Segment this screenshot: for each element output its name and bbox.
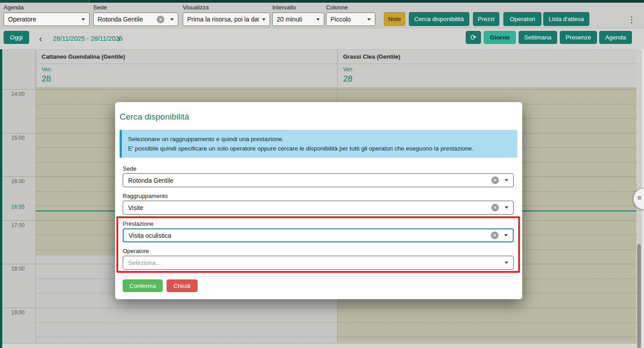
modal-footer-divider xyxy=(123,276,514,277)
info-line-1: Selezionare un raggruppamento e quindi u… xyxy=(128,135,511,144)
operatori-button[interactable]: Operatori xyxy=(503,12,541,26)
more-vertical-icon[interactable]: ⋮ xyxy=(627,15,636,24)
date-cell[interactable]: Ven28 xyxy=(36,64,337,88)
calendar-footer-strip xyxy=(2,343,636,348)
date-cell[interactable]: Ven28 xyxy=(337,64,636,88)
day-label: Ven xyxy=(343,66,636,73)
info-line-2: E' possibile quindi specificare un solo … xyxy=(128,144,511,154)
time-label: 18:00 xyxy=(2,266,34,272)
refresh-button[interactable]: ⟳ xyxy=(466,31,481,44)
chevron-down-icon[interactable] xyxy=(262,18,266,21)
cerca-disponibilita-button[interactable]: Cerca disponibilità xyxy=(409,12,469,26)
note-button[interactable]: Note xyxy=(384,12,405,26)
refresh-icon: ⟳ xyxy=(470,33,476,42)
view-button-giorno[interactable]: Giorno xyxy=(484,31,516,44)
clear-icon[interactable]: × xyxy=(491,204,499,211)
modal-field-value: Visite xyxy=(128,204,143,211)
search-availability-modal: Cerca disponibilità Selezionare un raggr… xyxy=(115,102,522,299)
clear-icon[interactable]: × xyxy=(491,232,498,239)
modal-field-label-prestazione: Prestazione xyxy=(123,220,154,227)
view-button-agenda[interactable]: Agenda xyxy=(599,31,632,44)
filter-select-sede[interactable]: Rotonda Gentile× xyxy=(93,13,178,26)
filter-select-value: Operatore xyxy=(8,16,36,23)
day-label: Ven xyxy=(42,66,337,73)
time-label: 16:00 xyxy=(2,178,34,185)
chevron-down-icon[interactable] xyxy=(505,206,508,209)
filter-select-value: Piccolo xyxy=(331,16,351,23)
clear-icon[interactable]: × xyxy=(491,176,499,184)
filter-label-sede: Sede xyxy=(93,4,107,11)
time-label: 19:00 xyxy=(2,309,34,316)
scheduler-app: Note ⋮ AgendaOperatoreSedeRotonda Gentil… xyxy=(0,0,644,348)
scrollbar-thumb[interactable] xyxy=(637,244,641,348)
hamburger-icon: ≡ xyxy=(637,194,641,202)
filter-select-value: Rotonda Gentile xyxy=(98,16,143,23)
filter-select-intervallo[interactable]: 20 minuti xyxy=(272,13,324,26)
filter-select-visualizza[interactable]: Prima la risorsa, poi la data xyxy=(183,13,270,26)
filter-select-value: Prima la risorsa, poi la data xyxy=(187,16,259,23)
filter-select-value: 20 minuti xyxy=(277,16,302,23)
left-accent-strip xyxy=(0,49,2,348)
navigation-toolbar: Oggi ‹ 28/11/2025 - 28/11/2025 › ⟳ Giorn… xyxy=(0,28,644,50)
filter-select-agenda[interactable]: Operatore xyxy=(4,13,90,26)
modal-title: Cerca disponibilità xyxy=(120,112,189,122)
clear-icon[interactable]: × xyxy=(157,16,164,23)
filter-label-colonne: Colonne xyxy=(326,4,348,11)
chiudi-button[interactable]: Chiudi xyxy=(167,279,197,292)
lista-d-attesa-button[interactable]: Lista d'attesa xyxy=(543,12,589,26)
current-time-label: 16:55 xyxy=(2,204,34,210)
chevron-down-icon[interactable] xyxy=(505,262,508,264)
filter-label-agenda: Agenda xyxy=(4,4,24,11)
modal-field-value: Seleziona... xyxy=(128,259,161,266)
info-message: Selezionare un raggruppamento e quindi u… xyxy=(120,130,517,158)
chevron-down-icon[interactable] xyxy=(170,18,174,21)
modal-field-label-raggruppamento: Raggruppamento xyxy=(123,193,167,199)
time-label: 17:00 xyxy=(2,222,34,228)
chevron-down-icon[interactable] xyxy=(504,234,508,236)
prezzi-button[interactable]: Prezzi xyxy=(473,12,499,26)
filter-label-intervallo: Intervallo xyxy=(272,4,296,11)
modal-field-label-operatore: Operatore xyxy=(123,248,149,254)
view-button-presenze[interactable]: Presenze xyxy=(560,31,597,44)
modal-field-label-sede: Sede xyxy=(123,165,136,172)
filter-label-visualizza: Visualizza xyxy=(183,4,209,11)
chevron-down-icon[interactable] xyxy=(505,179,508,181)
time-label: 14:00 xyxy=(2,91,34,97)
modal-footer: Conferma Chiudi xyxy=(123,279,197,292)
chevron-down-icon[interactable] xyxy=(82,18,85,21)
view-button-settimana[interactable]: Settimana xyxy=(519,31,557,44)
conferma-button[interactable]: Conferma xyxy=(123,279,163,292)
filter-toolbar: Note ⋮ AgendaOperatoreSedeRotonda Gentil… xyxy=(0,3,644,28)
modal-field-value: Visita oculistica xyxy=(129,232,171,239)
modal-field-value: Rotonda Gentile xyxy=(128,177,173,184)
column-header-cattaneo-guendalina-gentile: Cattaneo Guendalina (Gentile) xyxy=(36,49,337,64)
modal-raggruppamento-select[interactable]: Visite× xyxy=(123,201,514,215)
date-number: 28 xyxy=(42,74,337,84)
filter-select-colonne[interactable]: Piccolo xyxy=(326,13,375,26)
chevron-right-icon[interactable]: › xyxy=(117,33,120,44)
date-range[interactable]: 28/11/2025 - 28/11/2025 xyxy=(53,35,123,42)
modal-operatore-select[interactable]: Seleziona... xyxy=(123,256,514,270)
today-button[interactable]: Oggi xyxy=(4,31,29,44)
date-number: 28 xyxy=(343,74,636,84)
chevron-down-icon[interactable] xyxy=(316,18,320,21)
chevron-down-icon[interactable] xyxy=(367,18,371,21)
chevron-left-icon[interactable]: ‹ xyxy=(39,33,42,44)
time-label: 15:00 xyxy=(2,135,34,141)
modal-prestazione-select[interactable]: Visita oculistica× xyxy=(123,228,514,242)
column-header-grassi-clea-gentile: Grassi Clea (Gentile) xyxy=(337,49,636,64)
modal-sede-select[interactable]: Rotonda Gentile× xyxy=(123,173,514,187)
